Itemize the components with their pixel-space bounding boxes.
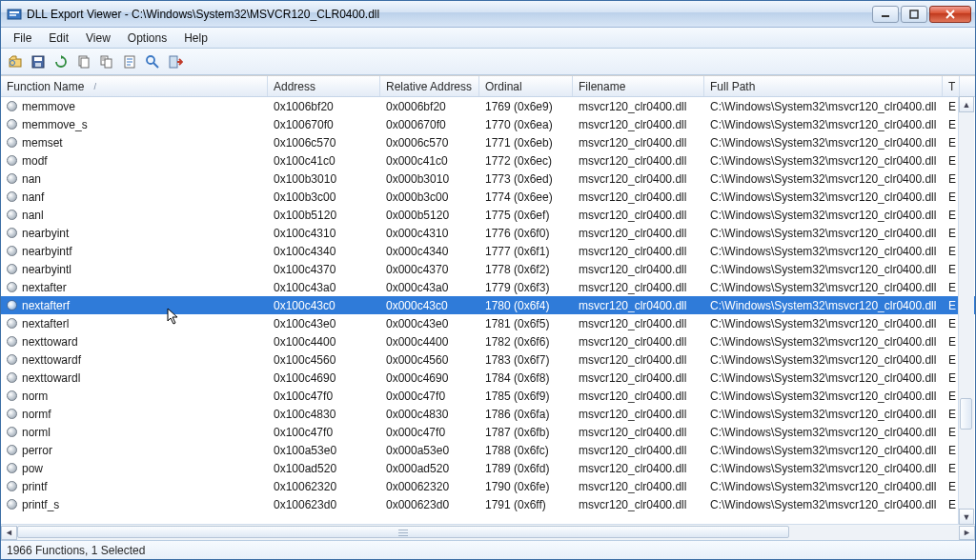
cell-relative-address: 0x000c4560 [380,353,479,367]
cell-function-name: nexttoward [1,335,268,349]
scroll-right-button[interactable]: ► [959,526,975,540]
table-row[interactable]: memmove_s0x100670f00x000670f01770 (0x6ea… [1,115,975,133]
properties-icon[interactable] [119,51,140,72]
grid-body[interactable]: memmove0x1006bf200x0006bf201769 (0x6e9)m… [1,97,975,524]
maximize-button[interactable] [901,6,927,23]
table-row[interactable]: memset0x1006c5700x0006c5701771 (0x6eb)ms… [1,133,975,151]
function-icon [7,409,17,419]
cell-address: 0x100c43a0 [268,281,380,294]
menu-help[interactable]: Help [175,30,216,47]
menu-file[interactable]: File [5,30,40,47]
column-header-rel[interactable]: Relative Address [380,76,479,96]
exit-icon[interactable] [165,51,186,72]
cell-fullpath: C:\Windows\System32\msvcr120_clr0400.dll [704,227,943,240]
table-row[interactable]: nexttoward0x100c44000x000c44001782 (0x6f… [1,332,975,350]
svg-rect-10 [34,57,42,61]
close-button[interactable] [929,6,971,23]
table-row[interactable]: nanl0x100b51200x000b51201775 (0x6ef)msvc… [1,206,975,224]
menu-view[interactable]: View [77,30,119,47]
cell-ordinal: 1770 (0x6ea) [479,118,573,131]
cell-relative-address: 0x000c4310 [380,227,479,240]
function-icon [7,282,17,292]
svg-rect-4 [910,10,918,18]
toolbar [1,49,975,75]
cell-fullpath: C:\Windows\System32\msvcr120_clr0400.dll [704,498,943,511]
cell-ordinal: 1769 (0x6e9) [479,100,573,113]
cell-relative-address: 0x000c4370 [380,263,479,276]
vscroll-track[interactable] [959,112,974,509]
table-row[interactable]: pow0x100ad5200x000ad5201789 (0x6fd)msvcr… [1,459,975,477]
table-row[interactable]: nearbyintl0x100c43700x000c43701778 (0x6f… [1,260,975,278]
minimize-button[interactable] [872,6,899,23]
table-row[interactable]: nextafterl0x100c43e00x000c43e01781 (0x6f… [1,314,975,332]
cell-fullpath: C:\Windows\System32\msvcr120_clr0400.dll [704,263,943,276]
table-row[interactable]: nextafter0x100c43a00x000c43a01779 (0x6f3… [1,278,975,296]
column-header-fn[interactable]: Function Name/ [1,76,268,96]
cell-fullpath: C:\Windows\System32\msvcr120_clr0400.dll [704,100,943,113]
copy-all-icon[interactable] [96,51,117,72]
table-row[interactable]: normf0x100c48300x000c48301786 (0x6fa)msv… [1,405,975,423]
column-header-addr[interactable]: Address [268,76,380,96]
scroll-left-button[interactable]: ◄ [1,526,17,540]
cell-filename: msvcr120_clr0400.dll [573,118,704,131]
horizontal-scrollbar[interactable]: ◄ ► [1,524,975,540]
hscroll-track[interactable] [17,526,959,540]
cell-filename: msvcr120_clr0400.dll [573,462,704,475]
function-icon [7,499,17,510]
table-row[interactable]: printf_s0x100623d00x000623d01791 (0x6ff)… [1,495,975,513]
cell-address: 0x1006c570 [268,136,380,150]
table-row[interactable]: nexttowardl0x100c46900x000c46901784 (0x6… [1,369,975,387]
cell-fullpath: C:\Windows\System32\msvcr120_clr0400.dll [704,209,943,222]
cell-function-name: nanf [1,190,268,204]
cell-address: 0x100c4370 [268,263,380,276]
find-icon[interactable] [142,51,163,72]
table-row[interactable]: modf0x100c41c00x000c41c01772 (0x6ec)msvc… [1,151,975,170]
table-row[interactable]: norml0x100c47f00x000c47f01787 (0x6fb)msv… [1,423,975,441]
cell-relative-address: 0x000c43e0 [380,317,479,330]
column-header-path[interactable]: Full Path [704,76,943,96]
save-icon[interactable] [28,51,49,72]
menubar: FileEditViewOptionsHelp [1,28,975,49]
copy-icon[interactable] [73,51,94,72]
table-row[interactable]: nan0x100b30100x000b30101773 (0x6ed)msvcr… [1,170,975,188]
refresh-icon[interactable] [51,51,71,72]
table-row[interactable]: perror0x100a53e00x000a53e01788 (0x6fc)ms… [1,441,975,459]
cell-ordinal: 1771 (0x6eb) [479,136,573,150]
table-row[interactable]: nextafterf0x100c43c00x000c43c01780 (0x6f… [1,296,975,314]
cell-relative-address: 0x000c4340 [380,245,479,258]
column-header-type[interactable]: T [943,76,960,96]
table-row[interactable]: nanf0x100b3c000x000b3c001774 (0x6ee)msvc… [1,188,975,206]
hscroll-thumb[interactable] [17,526,789,538]
cell-relative-address: 0x00062320 [380,480,479,493]
app-name: DLL Export Viewer [27,8,121,21]
cell-function-name: norm [1,390,268,403]
function-icon [7,228,17,238]
function-icon [7,427,17,437]
cell-relative-address: 0x000623d0 [380,498,479,511]
function-icon [7,210,17,220]
titlebar[interactable]: DLL Export Viewer - C:\Windows\System32\… [1,1,975,28]
column-header-file[interactable]: Filename [573,76,704,96]
table-row[interactable]: norm0x100c47f00x000c47f01785 (0x6f9)msvc… [1,387,975,405]
scroll-down-button[interactable]: ▼ [959,509,974,525]
cell-function-name: normf [1,408,268,421]
cell-function-name: perror [1,444,268,457]
cell-relative-address: 0x000c47f0 [380,426,479,439]
table-row[interactable]: printf0x100623200x000623201790 (0x6fe)ms… [1,477,975,495]
column-header-ord[interactable]: Ordinal [479,76,573,96]
table-row[interactable]: memmove0x1006bf200x0006bf201769 (0x6e9)m… [1,97,975,115]
cell-function-name: memset [1,136,268,150]
table-row[interactable]: nearbyintf0x100c43400x000c43401777 (0x6f… [1,242,975,260]
scroll-up-button[interactable]: ▲ [959,96,974,112]
vertical-scrollbar[interactable]: ▲ ▼ [958,96,974,525]
svg-rect-2 [10,14,16,16]
table-row[interactable]: nexttowardf0x100c45600x000c45601783 (0x6… [1,350,975,369]
function-icon [7,481,17,491]
open-file-icon[interactable] [5,51,26,72]
cell-relative-address: 0x000c4400 [380,335,479,349]
cell-relative-address: 0x000c41c0 [380,154,479,168]
menu-edit[interactable]: Edit [40,30,77,47]
vscroll-thumb[interactable] [960,398,972,430]
menu-options[interactable]: Options [119,30,175,47]
table-row[interactable]: nearbyint0x100c43100x000c43101776 (0x6f0… [1,224,975,242]
